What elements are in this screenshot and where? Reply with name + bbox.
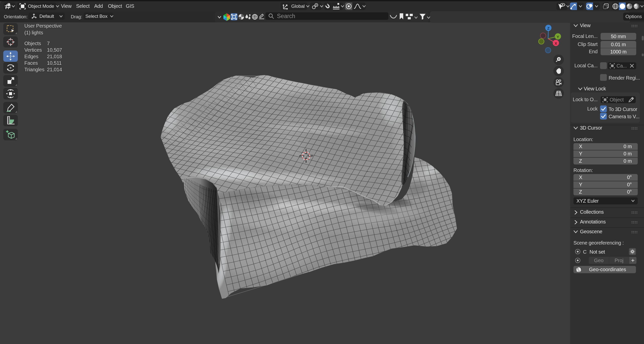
svg-text:Y: Y	[557, 35, 559, 39]
svg-text:X: X	[555, 41, 557, 45]
svg-text:Z: Z	[547, 26, 549, 30]
